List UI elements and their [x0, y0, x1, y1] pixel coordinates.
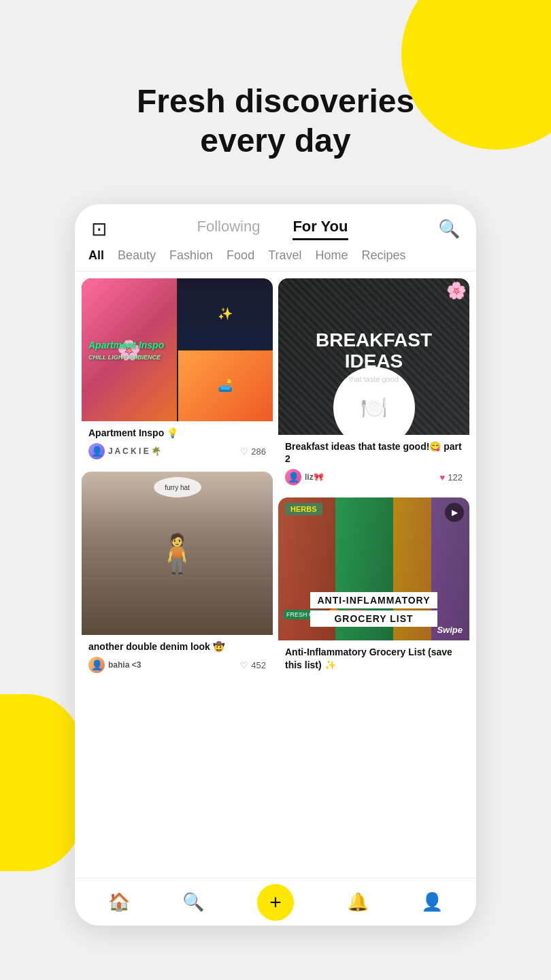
- category-beauty[interactable]: Beauty: [118, 248, 156, 265]
- card-apartment-inspo[interactable]: 🌸 ✨ 🛋️ Apartment InspoCHILL LIGHT AMBIEN…: [82, 278, 273, 466]
- nav-profile-button[interactable]: 👤: [421, 892, 443, 913]
- card-info-grocery: Anti-Inflammatory Grocery List (save thi…: [278, 640, 469, 681]
- card-title-grocery: Anti-Inflammatory Grocery List (save thi…: [285, 646, 463, 670]
- heart-icon: ♡: [240, 660, 248, 670]
- avatar-bahia: 👤: [88, 657, 105, 673]
- nav-home-button[interactable]: 🏠: [108, 892, 130, 913]
- flowers-decoration: 🌸: [446, 281, 467, 300]
- nav-tabs: Following For You: [107, 218, 438, 240]
- card-meta-denim: 👤 bahia <3 ♡ 452: [88, 657, 266, 673]
- card-grocery-list[interactable]: HERBS ▶ ANTI-INFLAMMATORY GROCERY LIST F…: [278, 497, 469, 681]
- card-author-breakfast: 👤 liz🎀: [285, 469, 324, 485]
- swipe-label: Swipe: [437, 625, 463, 635]
- nav-search-button[interactable]: 🔍: [182, 892, 204, 913]
- card-title-breakfast: Breakfast ideas that taste good!😋 part 2: [285, 440, 463, 465]
- search-nav-icon: 🔍: [182, 892, 204, 913]
- heart-filled-icon: ♥: [440, 472, 446, 483]
- denim-card-image: 🧍 furry hat: [82, 472, 273, 635]
- category-travel[interactable]: Travel: [268, 248, 301, 265]
- grocery-text-overlay: ANTI-INFLAMMATORY GROCERY LIST: [310, 592, 437, 627]
- category-all[interactable]: All: [88, 248, 104, 265]
- card-likes-denim[interactable]: ♡ 452: [240, 660, 266, 670]
- apartment-collage-image: 🌸 ✨ 🛋️ Apartment InspoCHILL LIGHT AMBIEN…: [82, 278, 273, 421]
- card-info-apartment: Apartment Inspo 💡 👤 J A C K I E 🌴 ♡ 286: [82, 421, 273, 466]
- nav-notifications-button[interactable]: 🔔: [347, 892, 369, 913]
- tab-for-you[interactable]: For You: [293, 218, 348, 240]
- card-title-apartment: Apartment Inspo 💡: [88, 427, 266, 439]
- decoration-blob-bottom: [0, 694, 82, 871]
- grocery-line2: GROCERY LIST: [310, 610, 437, 627]
- phone-mockup: ⊡ Following For You 🔍 All Beauty Fashion…: [75, 204, 476, 926]
- feed-grid: 🌸 ✨ 🛋️ Apartment InspoCHILL LIGHT AMBIEN…: [75, 272, 476, 878]
- heart-icon: ♡: [240, 446, 248, 457]
- header-title: Fresh discoveries every day: [0, 82, 551, 160]
- apartment-text-overlay: Apartment InspoCHILL LIGHT AMBIENCE: [88, 340, 164, 361]
- face-scan-icon[interactable]: ⊡: [91, 218, 107, 240]
- breakfast-text-overlay: BREAKFASTIDEAS that taste good: [316, 330, 432, 383]
- tab-following[interactable]: Following: [197, 218, 260, 240]
- grocery-card-image: HERBS ▶ ANTI-INFLAMMATORY GROCERY LIST F…: [278, 497, 469, 640]
- avatar-liz: 👤: [285, 469, 301, 485]
- top-nav: ⊡ Following For You 🔍: [75, 204, 476, 246]
- search-icon[interactable]: 🔍: [438, 218, 460, 240]
- feed-col-left: 🌸 ✨ 🛋️ Apartment InspoCHILL LIGHT AMBIEN…: [82, 278, 273, 878]
- feed-col-right: 🌸 BREAKFASTIDEAS that taste good 🍽️ Brea…: [278, 278, 469, 878]
- bottom-nav: 🏠 🔍 + 🔔 👤: [75, 878, 476, 926]
- breakfast-card-image: 🌸 BREAKFASTIDEAS that taste good 🍽️: [278, 278, 469, 435]
- category-home[interactable]: Home: [315, 248, 348, 265]
- apt-img-blue: ✨: [178, 278, 273, 349]
- home-icon: 🏠: [108, 892, 130, 913]
- card-author-denim: 👤 bahia <3: [88, 657, 141, 673]
- herbs-sign: HERBS: [285, 503, 322, 515]
- header-section: Fresh discoveries every day: [0, 82, 551, 160]
- card-likes-breakfast[interactable]: ♥ 122: [440, 472, 463, 483]
- card-meta-apartment: 👤 J A C K I E 🌴 ♡ 286: [88, 443, 266, 459]
- apt-img-sunset: 🛋️: [178, 350, 273, 421]
- bell-icon: 🔔: [347, 892, 369, 913]
- plus-icon: +: [269, 891, 282, 914]
- nav-add-button[interactable]: +: [257, 884, 294, 921]
- category-bar: All Beauty Fashion Food Travel Home Reci…: [75, 246, 476, 272]
- card-breakfast-ideas[interactable]: 🌸 BREAKFASTIDEAS that taste good 🍽️ Brea…: [278, 278, 469, 492]
- breakfast-sub-text: that taste good: [316, 375, 432, 383]
- card-meta-breakfast: 👤 liz🎀 ♥ 122: [285, 469, 463, 485]
- card-author-apartment: 👤 J A C K I E 🌴: [88, 443, 161, 459]
- person-icon: 👤: [421, 892, 443, 913]
- card-info-breakfast: Breakfast ideas that taste good!😋 part 2…: [278, 435, 469, 492]
- breakfast-big-text: BREAKFASTIDEAS: [316, 330, 432, 372]
- card-title-denim: another double denim look 🤠: [88, 640, 266, 653]
- grocery-line1: ANTI-INFLAMMATORY: [310, 592, 437, 608]
- category-fashion[interactable]: Fashion: [169, 248, 213, 265]
- category-recipes[interactable]: Recipes: [362, 248, 406, 265]
- card-info-denim: another double denim look 🤠 👤 bahia <3 ♡…: [82, 635, 273, 680]
- category-food[interactable]: Food: [227, 248, 254, 265]
- card-denim-look[interactable]: 🧍 furry hat another double denim look 🤠 …: [82, 472, 273, 680]
- avatar-jackie: 👤: [88, 443, 105, 459]
- card-likes-apartment[interactable]: ♡ 286: [240, 446, 266, 457]
